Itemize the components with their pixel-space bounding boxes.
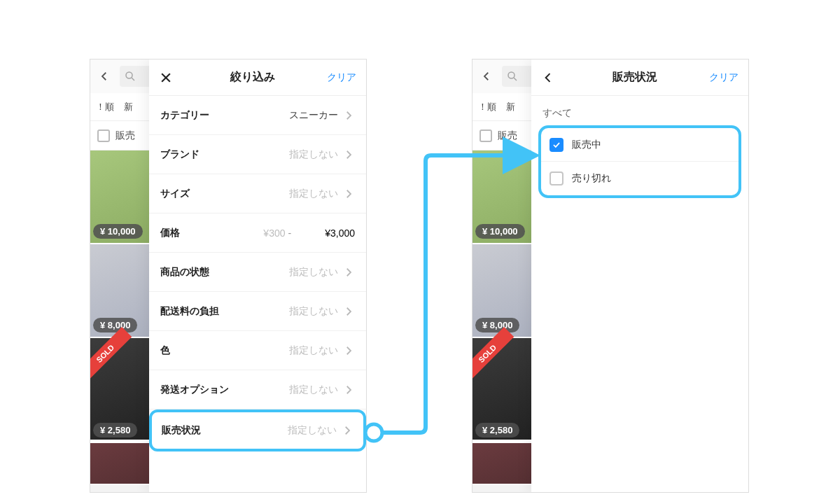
option-label: 販売中	[572, 139, 601, 151]
filter-row-value: 指定しない	[288, 424, 337, 437]
filter-row-value: スニーカー	[289, 109, 338, 122]
filter-sheet: 絞り込み クリア カテゴリー スニーカー ブランド 指定しない サイズ 指定しな…	[149, 59, 366, 492]
filter-row-label: ブランド	[160, 148, 289, 161]
checkbox-onsale[interactable]	[97, 130, 110, 142]
sort-option-fragment[interactable]: ！順	[478, 101, 496, 113]
filter-row-price[interactable]: 価格 ¥300 - ¥3,000	[149, 214, 366, 253]
option-label: 売り切れ	[572, 172, 611, 185]
back-icon[interactable]	[541, 71, 561, 85]
chevron-right-icon	[342, 266, 355, 279]
checkbox-onsale[interactable]	[479, 130, 492, 142]
filter-row-condition[interactable]: 商品の状態 指定しない	[149, 253, 366, 292]
svg-point-4	[508, 72, 514, 78]
filter-row-value: 指定しない	[289, 305, 338, 318]
filter-row-category[interactable]: カテゴリー スニーカー	[149, 96, 366, 135]
filter-row-value: 指定しない	[289, 266, 338, 279]
sheet-title: 絞り込み	[178, 70, 327, 85]
filter-row-label: 発送オプション	[160, 384, 289, 396]
filter-row-value: 指定しない	[289, 148, 338, 161]
chevron-right-icon	[342, 305, 355, 318]
close-icon[interactable]	[159, 71, 178, 85]
filter-row-label: サイズ	[160, 188, 289, 200]
price-badge: ¥ 8,000	[93, 318, 137, 332]
price-to: ¥3,000	[325, 227, 355, 239]
filter-row-label: カテゴリー	[160, 109, 289, 122]
back-icon[interactable]	[94, 66, 114, 86]
chevron-right-icon	[341, 424, 354, 437]
filter-row-size[interactable]: サイズ 指定しない	[149, 174, 366, 214]
chevron-right-icon	[342, 344, 355, 357]
sort-option-fragment[interactable]: 新	[124, 101, 133, 113]
phone-screenshot-left: ！順 新 販売 ¥ 10,000 ¥ 8,000 SOLD ¥ 2,580 MA…	[90, 59, 367, 493]
checkbox-onsale-label: 販売	[498, 130, 517, 142]
checkbox-icon[interactable]	[550, 172, 564, 186]
chevron-right-icon	[342, 384, 355, 396]
sort-option-fragment[interactable]: ！順	[96, 101, 114, 113]
back-icon[interactable]	[477, 66, 496, 86]
price-from: ¥300	[263, 227, 285, 239]
price-badge: ¥ 2,580	[475, 423, 519, 438]
filter-row-label: 価格	[160, 227, 263, 239]
filter-row-sale-status[interactable]: 販売状況 指定しない	[150, 411, 365, 450]
status-options-highlight: 販売中 売り切れ	[538, 125, 741, 198]
svg-point-6	[365, 424, 382, 441]
filter-row-label: 商品の状態	[160, 266, 289, 279]
chevron-right-icon	[342, 188, 355, 200]
filter-row-shipping-option[interactable]: 発送オプション 指定しない	[149, 370, 366, 410]
phone-screenshot-right: ！順 新 販売 ¥ 10,000 ¥ 8,000 SOLD ¥ 2,580 MA…	[472, 59, 749, 493]
price-badge: ¥ 10,000	[93, 224, 143, 239]
sort-option-fragment[interactable]: 新	[506, 101, 515, 113]
filter-row-brand[interactable]: ブランド 指定しない	[149, 135, 366, 174]
price-badge: ¥ 10,000	[475, 224, 525, 239]
filter-row-color[interactable]: 色 指定しない	[149, 331, 366, 370]
svg-point-0	[126, 72, 132, 78]
checkbox-icon[interactable]	[550, 138, 564, 152]
price-badge: ¥ 8,000	[475, 318, 519, 332]
sheet-title: 販売状況	[561, 70, 709, 85]
filter-row-label: 配送料の負担	[160, 305, 289, 318]
svg-line-1	[132, 78, 134, 80]
filter-row-shipping[interactable]: 配送料の負担 指定しない	[149, 292, 366, 331]
filter-rows: カテゴリー スニーカー ブランド 指定しない サイズ 指定しない 価格 ¥300…	[149, 96, 366, 492]
status-sheet: 販売状況 クリア すべて 販売中 売り切れ	[531, 59, 748, 492]
price-badge: ¥ 2,580	[93, 423, 137, 438]
filter-row-value: 指定しない	[289, 344, 338, 357]
chevron-right-icon	[342, 109, 355, 122]
chevron-right-icon	[342, 148, 355, 161]
clear-button[interactable]: クリア	[709, 71, 738, 84]
clear-button[interactable]: クリア	[327, 71, 356, 84]
option-all[interactable]: すべて	[531, 96, 748, 127]
filter-row-value: 指定しない	[289, 384, 338, 396]
option-on-sale[interactable]: 販売中	[541, 128, 738, 162]
svg-line-5	[514, 78, 517, 80]
filter-row-label: 販売状況	[162, 424, 288, 437]
option-sold-out[interactable]: 売り切れ	[541, 162, 738, 195]
checkbox-onsale-label: 販売	[115, 130, 135, 142]
filter-row-value: 指定しない	[289, 188, 338, 200]
filter-row-label: 色	[160, 344, 289, 357]
